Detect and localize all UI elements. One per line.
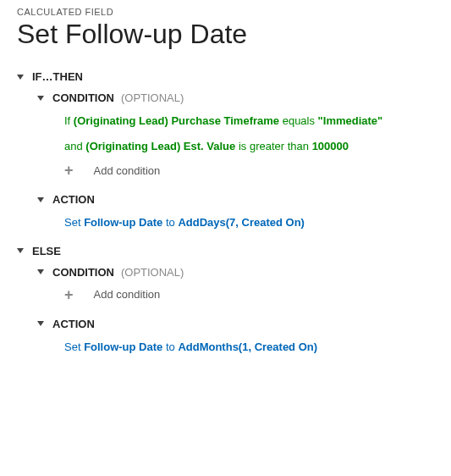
condition-block: CONDITION (OPTIONAL) If (Originating Lea…	[37, 91, 434, 178]
cond-op: equals	[279, 114, 318, 127]
caret-icon	[37, 96, 44, 101]
condition-label: CONDITION	[52, 91, 114, 104]
caret-icon	[17, 75, 24, 80]
action-line[interactable]: Set Follow-up Date to AddDays(7, Created…	[64, 214, 434, 231]
cond-value: 100000	[312, 140, 349, 152]
action-text: to	[162, 216, 178, 229]
else-condition-block: CONDITION (OPTIONAL) + Add condition	[37, 266, 434, 302]
optional-label: (OPTIONAL)	[121, 91, 184, 104]
else-action-block: ACTION Set Follow-up Date to AddMonths(1…	[37, 318, 434, 356]
page-title: Set Follow-up Date	[17, 19, 434, 50]
caret-icon	[37, 197, 44, 202]
condition-line-1[interactable]: If (Originating Lead) Purchase Timeframe…	[64, 113, 434, 130]
condition-line-2[interactable]: and (Originating Lead) Est. Value is gre…	[64, 138, 434, 155]
action-text: Set	[64, 216, 84, 229]
caret-icon	[17, 248, 24, 253]
else-action-line[interactable]: Set Follow-up Date to AddMonths(1, Creat…	[64, 339, 434, 356]
add-condition-label: Add condition	[94, 288, 161, 301]
action-block: ACTION Set Follow-up Date to AddDays(7, …	[37, 193, 434, 231]
cond-field: (Originating Lead) Est. Value	[85, 140, 235, 152]
action-field: Follow-up Date	[84, 340, 162, 353]
action-text: to	[162, 340, 178, 353]
cond-field: (Originating Lead) Purchase Timeframe	[74, 114, 279, 127]
else-label: ELSE	[32, 245, 61, 257]
else-section: ELSE CONDITION (OPTIONAL) + Add conditio…	[17, 245, 434, 356]
breadcrumb: CALCULATED FIELD	[17, 7, 434, 17]
plus-icon: +	[64, 287, 74, 302]
caret-icon	[37, 269, 44, 274]
if-then-label: IF…THEN	[32, 70, 83, 83]
add-condition-button[interactable]: + Add condition	[64, 163, 434, 178]
if-then-header[interactable]: IF…THEN	[17, 70, 434, 83]
else-condition-header[interactable]: CONDITION (OPTIONAL)	[37, 266, 434, 279]
condition-header[interactable]: CONDITION (OPTIONAL)	[37, 91, 434, 104]
cond-op: is greater than	[235, 140, 311, 152]
action-label: ACTION	[52, 318, 95, 330]
cond-text: and	[64, 140, 85, 152]
action-header[interactable]: ACTION	[37, 193, 434, 206]
else-header[interactable]: ELSE	[17, 245, 434, 257]
cond-text: If	[64, 114, 74, 127]
cond-value: "Immediate"	[318, 114, 383, 127]
condition-label: CONDITION	[52, 266, 114, 279]
add-condition-button[interactable]: + Add condition	[64, 287, 434, 302]
optional-label: (OPTIONAL)	[121, 266, 184, 279]
action-label: ACTION	[52, 193, 95, 206]
action-fn: AddMonths(1, Created On)	[178, 340, 317, 353]
action-text: Set	[64, 340, 84, 353]
if-then-section: IF…THEN CONDITION (OPTIONAL) If (Origina…	[17, 70, 434, 231]
plus-icon: +	[64, 163, 74, 178]
add-condition-label: Add condition	[94, 164, 161, 177]
caret-icon	[37, 321, 44, 326]
else-action-header[interactable]: ACTION	[37, 318, 434, 330]
action-field: Follow-up Date	[84, 216, 162, 229]
action-fn: AddDays(7, Created On)	[178, 216, 305, 229]
